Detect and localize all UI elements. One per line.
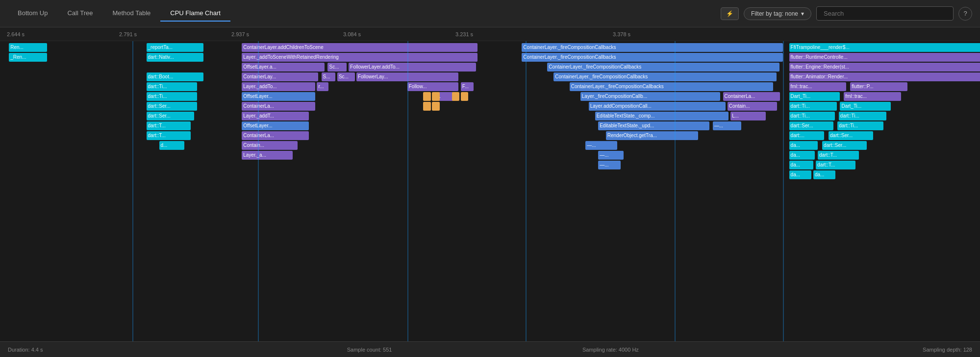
tab-nav: Bottom Up Call Tree Method Table CPU Fla… — [8, 5, 721, 22]
flame-bar[interactable]: Follow... — [407, 82, 458, 91]
flame-bar[interactable]: Sc... — [337, 72, 355, 81]
time-label: 2.791 s — [119, 31, 137, 37]
flame-bar[interactable]: Layer._addTo... — [242, 82, 315, 91]
help-button[interactable]: ? — [958, 7, 972, 21]
flame-bar[interactable]: da... — [789, 151, 815, 160]
flame-bar[interactable]: dart::Ti... — [147, 92, 198, 101]
flame-bar[interactable]: OffsetLayer... — [242, 92, 315, 101]
flame-bar-orange[interactable] — [432, 92, 440, 101]
flame-bar[interactable]: fml::trac... — [844, 92, 901, 101]
flame-bar[interactable]: dart::Ser... — [822, 141, 867, 150]
flame-bar[interactable]: Dart_Ti... — [840, 102, 891, 111]
flame-canvas: Ren..._Ren...dart::Boot..._reportTa...da… — [0, 41, 980, 341]
filter-button[interactable]: ⚡ — [721, 7, 739, 20]
flame-bar[interactable]: dart::Ti... — [839, 112, 886, 120]
flame-bar[interactable]: dart::Ti... — [147, 82, 198, 91]
status-sampling-rate: Sampling rate: 4000 Hz — [490, 347, 731, 353]
flame-bar[interactable]: _reportTa... — [147, 43, 204, 52]
flame-bar[interactable]: OffsetLayer... — [242, 121, 308, 130]
filter-tag-dropdown[interactable]: Filter by tag: none ▾ — [744, 7, 811, 20]
flame-bar[interactable]: flutter::Engine::Render(st... — [789, 63, 980, 71]
flame-bar[interactable]: dart::T... — [818, 151, 859, 160]
flame-bar[interactable]: dart::Ser... — [147, 112, 194, 120]
flame-bar[interactable]: dart::Ti... — [789, 112, 835, 120]
flame-bar[interactable]: FfiTrampoline___render$... — [789, 43, 980, 52]
grid-line — [783, 41, 784, 341]
flame-bar[interactable]: flutter::P... — [850, 82, 907, 91]
flame-bar-orange[interactable] — [432, 102, 440, 111]
flame-bar[interactable]: dart::Ti... — [789, 102, 837, 111]
flame-bar[interactable]: dart::Boot... — [147, 72, 204, 81]
flame-bar[interactable]: dart::Ser... — [789, 121, 834, 130]
flame-bar[interactable]: F... — [461, 82, 474, 91]
flame-bar[interactable]: fml::trac... — [789, 82, 847, 91]
flame-bar[interactable]: OffsetLayer.a... — [242, 63, 325, 71]
flame-bar[interactable]: _Ren... — [9, 53, 47, 62]
flame-bar-orange[interactable] — [423, 102, 431, 111]
flame-bar[interactable]: Layer._a... — [242, 151, 293, 160]
flame-bar[interactable]: Ren... — [9, 43, 47, 52]
flame-bar[interactable]: —... — [585, 141, 617, 150]
flame-bar[interactable]: Contain... — [242, 141, 298, 150]
flame-bar[interactable]: flutter::RuntimeControlle... — [789, 53, 980, 62]
flame-bar[interactable]: ContainerLayer.addChildrenToScene — [242, 43, 477, 52]
flame-bar[interactable]: dart::T... — [147, 131, 191, 140]
flame-bar[interactable]: ContainerLa... — [242, 102, 315, 111]
flame-bar[interactable]: da... — [789, 170, 811, 179]
flame-bar[interactable]: Layer._addToSceneWithRetainedRendering — [242, 53, 477, 62]
flame-bar-orange[interactable] — [452, 92, 460, 101]
flame-bar[interactable]: ContainerLayer._fireCompositionCallbacks — [522, 43, 782, 52]
flame-bar[interactable]: Layer._fireCompositionCallb... — [580, 92, 721, 101]
flame-bar[interactable]: ContainerLayer._fireCompositionCallbacks — [547, 63, 779, 71]
tab-method-table[interactable]: Method Table — [102, 5, 160, 22]
flame-bar[interactable]: Sc... — [327, 63, 347, 71]
flame-bar[interactable]: EditableTextState._upd... — [598, 121, 709, 130]
flame-bar[interactable]: ContainerLayer._fireCompositionCallbacks — [522, 53, 782, 62]
tab-cpu-flame-chart[interactable]: CPU Flame Chart — [160, 5, 230, 22]
flame-bar[interactable]: EditableTextState._comp... — [595, 112, 729, 120]
flame-bar[interactable]: dart::T... — [816, 161, 855, 169]
flame-bar[interactable]: Layer._addT... — [242, 112, 308, 120]
flame-bar[interactable]: dart:... — [789, 131, 824, 140]
flame-bar[interactable]: ContainerLayer._fireCompositionCallbacks — [553, 72, 776, 81]
flame-bar[interactable]: Contain... — [728, 102, 777, 111]
grid-line — [258, 41, 259, 341]
flame-bar[interactable]: d... — [159, 141, 185, 150]
flame-bar[interactable]: ContainerLay... — [242, 72, 318, 81]
flame-bar[interactable]: ContainerLa... — [242, 131, 308, 140]
flame-bar[interactable]: ContainerLa... — [723, 92, 780, 101]
flame-bar[interactable]: —... — [713, 121, 741, 130]
flame-bar[interactable]: da... — [789, 141, 818, 150]
flame-bar[interactable]: dart::Ser... — [829, 131, 873, 140]
flame-bar-orange[interactable] — [461, 92, 469, 101]
flame-bar[interactable]: L... — [730, 112, 765, 120]
flame-bar[interactable]: da... — [789, 161, 813, 169]
grid-line — [526, 41, 527, 341]
flame-bar[interactable]: RenderObject.getTra... — [606, 131, 698, 140]
time-label: 3.084 s — [343, 31, 361, 37]
search-input[interactable] — [816, 6, 954, 21]
flame-bar[interactable]: dart::Ti... — [837, 121, 883, 130]
flame-bar[interactable]: da... — [813, 170, 835, 179]
flame-area[interactable]: Ren..._Ren...dart::Boot..._reportTa...da… — [0, 41, 980, 341]
tab-call-tree[interactable]: Call Tree — [57, 5, 102, 22]
flame-bar[interactable]: dart::Nativ... — [147, 53, 204, 62]
flame-bar[interactable]: dart::T... — [147, 121, 191, 130]
flame-bar[interactable]: dart::Ser... — [147, 102, 198, 111]
flame-bar[interactable]: —... — [598, 161, 620, 169]
tab-bottom-up[interactable]: Bottom Up — [8, 5, 57, 22]
grid-line — [407, 41, 408, 341]
flame-bar[interactable]: ContainerLayer._fireCompositionCallbacks — [570, 82, 773, 91]
flame-bar[interactable]: —... — [598, 151, 624, 160]
flame-bar[interactable]: flutter::Animator::Render... — [789, 72, 980, 81]
flame-bar[interactable]: S... — [322, 72, 336, 81]
status-bar: Duration: 4.4 s Sample count: 551 Sampli… — [0, 341, 980, 357]
flame-bar-orange[interactable] — [423, 92, 431, 101]
flame-bar[interactable]: r... — [317, 82, 328, 91]
status-sample-count: Sample count: 551 — [249, 347, 490, 353]
help-icon: ? — [963, 10, 967, 17]
app-container: Bottom Up Call Tree Method Table CPU Fla… — [0, 0, 980, 357]
flame-bar[interactable]: Layer.addCompositionCall... — [589, 102, 726, 111]
flame-bar[interactable]: FollowerLayer.addTo... — [349, 63, 476, 71]
flame-bar[interactable]: Dart_Ti... — [789, 92, 840, 101]
